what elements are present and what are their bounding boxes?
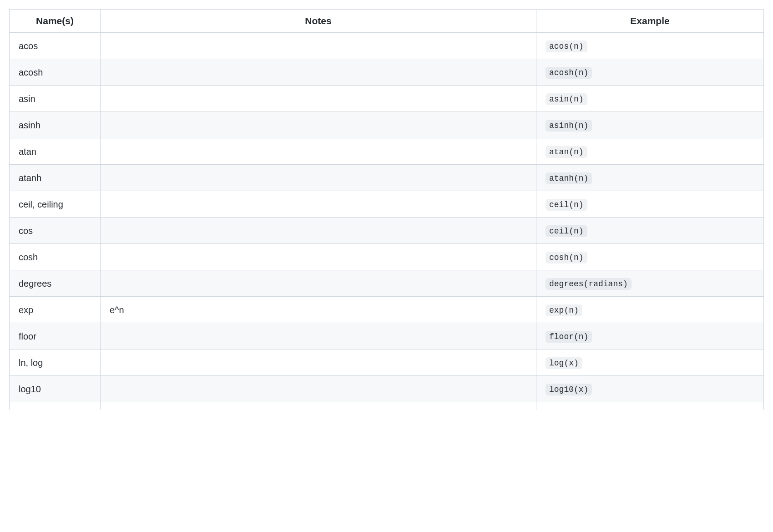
table-viewport: Name(s) Notes Example acos acos(n) acosh… [9, 9, 764, 410]
cell-name: cosh [10, 244, 101, 270]
functions-table: Name(s) Notes Example acos acos(n) acosh… [9, 9, 764, 410]
cell-example: floor(n) [536, 323, 764, 350]
code-example: ceil(n) [546, 199, 587, 211]
table-row: acosh acosh(n) [10, 59, 764, 86]
table-row: log10 log10(x) [10, 376, 764, 402]
cell-example: log10(x) [536, 376, 764, 402]
table-row: ceil, ceiling ceil(n) [10, 191, 764, 218]
cell-name: acosh [10, 59, 101, 86]
code-example: exp(n) [546, 304, 582, 316]
cell-example: atan(n) [536, 138, 764, 165]
table-row: asinh asinh(n) [10, 112, 764, 138]
cell-example: degrees(radians) [536, 270, 764, 297]
table-row: ln, log log(x) [10, 350, 764, 376]
code-example: acos(n) [546, 41, 587, 52]
cell-notes [101, 270, 536, 297]
cell-name: asin [10, 86, 101, 112]
cell-name: ln, log [10, 350, 101, 376]
cell-notes: e^n [101, 297, 536, 323]
cell-example: log(x) [536, 350, 764, 376]
table-row: log2 log2(x) [10, 402, 764, 410]
code-example: acosh(n) [546, 67, 592, 79]
cell-notes [101, 165, 536, 191]
cell-notes [101, 376, 536, 402]
cell-notes [101, 350, 536, 376]
cell-example: ceil(n) [536, 191, 764, 218]
cell-example: acosh(n) [536, 59, 764, 86]
table-row: cosh cosh(n) [10, 244, 764, 270]
cell-name: floor [10, 323, 101, 350]
code-example: asin(n) [546, 93, 587, 105]
cell-example: asinh(n) [536, 112, 764, 138]
cell-name: degrees [10, 270, 101, 297]
cell-name: cos [10, 218, 101, 244]
code-example: ceil(n) [546, 225, 587, 237]
cell-name: atanh [10, 165, 101, 191]
code-example: atan(n) [546, 146, 587, 158]
header-example: Example [536, 10, 764, 33]
cell-name: log10 [10, 376, 101, 402]
cell-name: asinh [10, 112, 101, 138]
header-names: Name(s) [10, 10, 101, 33]
code-example: atanh(n) [546, 172, 592, 184]
table-row: exp e^n exp(n) [10, 297, 764, 323]
table-row: floor floor(n) [10, 323, 764, 350]
cell-example: asin(n) [536, 86, 764, 112]
table-row: atanh atanh(n) [10, 165, 764, 191]
cell-notes [101, 402, 536, 410]
header-notes: Notes [101, 10, 536, 33]
table-row: asin asin(n) [10, 86, 764, 112]
cell-example: acos(n) [536, 33, 764, 59]
table-row: degrees degrees(radians) [10, 270, 764, 297]
cell-example: ceil(n) [536, 218, 764, 244]
cell-notes [101, 59, 536, 86]
code-example: log10(x) [546, 384, 592, 395]
cell-notes [101, 218, 536, 244]
code-example: cosh(n) [546, 252, 587, 263]
cell-example: atanh(n) [536, 165, 764, 191]
cell-notes [101, 138, 536, 165]
cell-name: ceil, ceiling [10, 191, 101, 218]
cell-name: exp [10, 297, 101, 323]
cell-name: atan [10, 138, 101, 165]
cell-notes [101, 244, 536, 270]
code-example: log(x) [546, 357, 582, 369]
cell-notes [101, 112, 536, 138]
cell-notes [101, 86, 536, 112]
code-example: asinh(n) [546, 120, 592, 132]
table-row: acos acos(n) [10, 33, 764, 59]
table-row: atan atan(n) [10, 138, 764, 165]
cell-example: cosh(n) [536, 244, 764, 270]
cell-notes [101, 33, 536, 59]
cell-notes [101, 191, 536, 218]
code-example: floor(n) [546, 331, 592, 343]
table-header-row: Name(s) Notes Example [10, 10, 764, 33]
cell-notes [101, 323, 536, 350]
cell-example: log2(x) [536, 402, 764, 410]
table-row: cos ceil(n) [10, 218, 764, 244]
cell-name: log2 [10, 402, 101, 410]
code-example: degrees(radians) [546, 278, 632, 290]
cell-example: exp(n) [536, 297, 764, 323]
cell-name: acos [10, 33, 101, 59]
